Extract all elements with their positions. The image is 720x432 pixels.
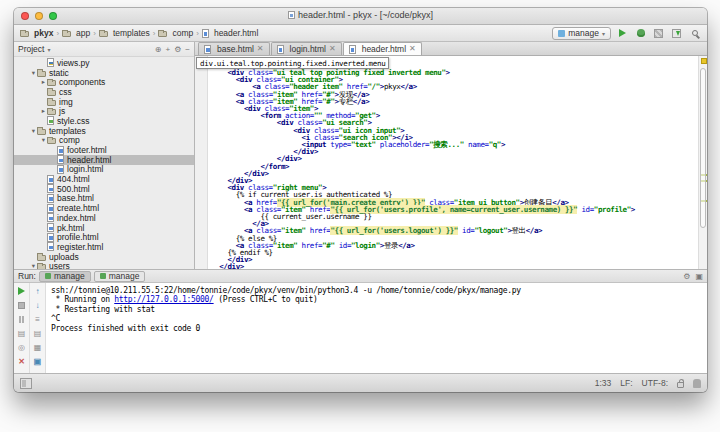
tree-item-views-py[interactable]: views.py (14, 58, 194, 68)
debug-button[interactable] (634, 27, 647, 40)
console-text: Process finished with exit code 0 (51, 324, 200, 333)
chevron-down-icon[interactable]: ▾ (47, 46, 50, 53)
lock-icon[interactable] (677, 382, 684, 388)
project-panel-title: Project (18, 44, 44, 54)
caret-position[interactable]: 1:33 (595, 378, 612, 388)
deploy-button[interactable] (670, 27, 683, 40)
print-button[interactable]: ▦ (33, 342, 43, 352)
tree-right-arrow-icon[interactable]: ▸ (40, 107, 47, 115)
tree-item-templates[interactable]: ▾templates (14, 126, 194, 136)
project-tree: views.py▾static▸componentscssimg▸jsstyle… (14, 57, 194, 269)
code-segment: "q" (489, 140, 501, 149)
file-warning-marker[interactable] (701, 58, 707, 64)
error-stripe[interactable] (698, 56, 707, 269)
line-separator[interactable]: LF: (620, 378, 632, 388)
collapse-all-icon[interactable]: − (185, 45, 190, 54)
tree-item-404-html[interactable]: 404.html (14, 174, 194, 184)
tree-item-uploads[interactable]: uploads (14, 252, 194, 262)
rerun-button[interactable] (17, 286, 27, 296)
pause-output-icon (19, 316, 25, 323)
tree-item-img[interactable]: img (14, 97, 194, 107)
scroll-to-source-icon[interactable]: + (165, 45, 170, 54)
editor-tab[interactable]: header.html✕ (343, 42, 422, 55)
tree-item-pk-html[interactable]: pk.html (14, 223, 194, 233)
code-segment: 专栏 (339, 97, 353, 106)
tree-item-register-html[interactable]: register.html (14, 242, 194, 252)
scroll-to-end-button[interactable]: ▤ (33, 328, 43, 338)
tree-item-static[interactable]: ▾static (14, 68, 194, 78)
breadcrumb-item[interactable]: app (62, 28, 90, 38)
breadcrumb-item[interactable]: header.html (202, 28, 258, 38)
editor-tab[interactable]: login.html✕ (271, 42, 342, 55)
tree-item-500-html[interactable]: 500.html (14, 184, 194, 194)
code-line: <a class="item" href="#" id="login">登录</… (211, 242, 696, 249)
run-tab[interactable]: manage (94, 271, 146, 282)
editor-tab[interactable]: base.html✕ (198, 42, 270, 55)
tree-item-label: profile.html (57, 232, 99, 242)
stop-button[interactable] (17, 300, 27, 310)
tree-item-users[interactable]: ▾users (14, 261, 194, 269)
console-link[interactable]: http://127.0.0.1:5000/ (114, 295, 213, 304)
tree-item-js[interactable]: ▸js (14, 106, 194, 116)
tree-item-style-css[interactable]: style.css (14, 116, 194, 126)
coverage-button[interactable] (652, 27, 665, 40)
tree-right-arrow-icon[interactable]: ▸ (40, 78, 47, 86)
down-stack-button[interactable]: ↓ (33, 300, 43, 310)
tree-item-footer-html[interactable]: footer.html (14, 145, 194, 155)
tree-down-arrow-icon[interactable]: ▾ (40, 136, 47, 144)
tree-down-arrow-icon[interactable]: ▾ (30, 127, 37, 135)
close-tab-icon[interactable]: ✕ (409, 45, 416, 53)
code-area[interactable]: <div class="ui teal top pointing fixed i… (195, 56, 707, 269)
tree-item-header-html[interactable]: header.html (14, 155, 194, 165)
close-tab-icon[interactable]: ✕ (329, 45, 336, 53)
show-console-button[interactable]: ▤ (17, 328, 27, 338)
navigation-bar: pkyx›app›templates›comp›header.html mana… (14, 25, 707, 42)
html-file-icon (57, 155, 64, 164)
file-encoding[interactable]: UTF-8: (642, 378, 668, 388)
html-file-icon (47, 223, 54, 232)
tree-item-label: templates (49, 126, 86, 136)
breadcrumb-item[interactable]: templates (99, 28, 150, 38)
breadcrumb-item[interactable]: pkyx (20, 28, 53, 38)
gear-icon[interactable]: ⚙ (683, 272, 690, 281)
clear-all-button[interactable]: ▣ (33, 356, 43, 366)
run-panel-label: Run: (18, 271, 36, 281)
code-text[interactable]: <div class="ui teal top pointing fixed i… (208, 56, 698, 269)
up-stack-button[interactable]: ↑ (33, 286, 43, 296)
code-segment: "#" (322, 241, 334, 250)
close-tab-icon[interactable]: ✕ (257, 45, 264, 53)
breadcrumb-item[interactable]: comp (158, 28, 193, 38)
tree-down-arrow-icon[interactable]: ▾ (30, 69, 37, 77)
tree-item-profile-html[interactable]: profile.html (14, 232, 194, 242)
tree-item-comp[interactable]: ▾comp (14, 136, 194, 146)
hector-icon[interactable] (693, 379, 701, 388)
close-button[interactable]: ✕ (17, 356, 27, 366)
breadcrumb-label: comp (172, 28, 193, 38)
tree-item-label: users (49, 261, 70, 269)
search-everywhere-button[interactable] (688, 27, 701, 40)
run-configuration-dropdown[interactable]: manage ▾ (552, 27, 611, 40)
tree-item-css[interactable]: css (14, 87, 194, 97)
tree-down-arrow-icon[interactable]: ▾ (30, 262, 37, 269)
tree-item-create-html[interactable]: create.html (14, 203, 194, 213)
run-tab[interactable]: manage (39, 271, 91, 282)
dock-icon[interactable]: ▣ (695, 272, 703, 281)
pause-output-button[interactable] (17, 314, 27, 324)
tree-item-base-html[interactable]: base.html (14, 194, 194, 204)
tree-item-components[interactable]: ▸components (14, 77, 194, 87)
soft-wrap-button[interactable]: ≡ (33, 314, 43, 324)
breadcrumb-label: templates (113, 28, 150, 38)
folder-icon (20, 31, 29, 37)
run-button[interactable] (616, 27, 629, 40)
gear-icon[interactable]: ⚙ (174, 45, 181, 54)
locate-icon[interactable]: ⊕ (155, 45, 162, 54)
tree-item-index-html[interactable]: index.html (14, 213, 194, 223)
tree-item-login-html[interactable]: login.html (14, 165, 194, 175)
console-output[interactable]: ssh://tonnie@10.211.55.5:22/home/tonnie/… (46, 283, 707, 373)
toolwindow-toggle-icon[interactable] (20, 378, 32, 389)
py-file-icon (47, 58, 54, 67)
tab-label: base.html (217, 44, 254, 54)
scrollbar-thumb[interactable] (700, 68, 706, 228)
title-bar[interactable]: header.html - pkyx - [~/code/pkyx] (14, 8, 707, 25)
pin-tab-button[interactable]: ◎ (17, 342, 27, 352)
